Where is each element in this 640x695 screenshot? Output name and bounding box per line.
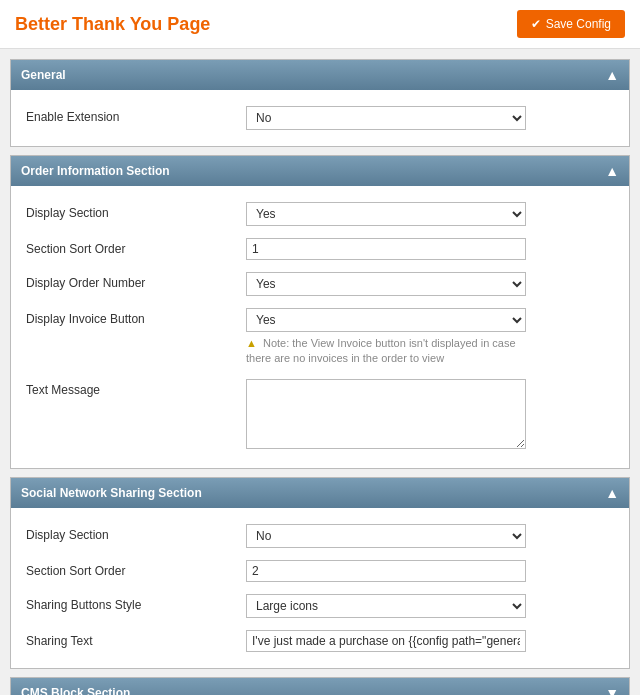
social-sort-order-input[interactable]: [246, 560, 526, 582]
social-display-section-select[interactable]: No Yes: [246, 524, 526, 548]
display-section-row: Display Section Yes No: [11, 196, 629, 232]
display-section-select[interactable]: Yes No: [246, 202, 526, 226]
display-invoice-button-control: Yes No ▲ Note: the View Invoice button i…: [246, 308, 614, 367]
order-information-header[interactable]: Order Information Section ▲: [11, 156, 629, 186]
social-network-collapse-icon: ▲: [605, 485, 619, 501]
save-button[interactable]: ✔ Save Config: [517, 10, 625, 38]
sharing-text-label: Sharing Text: [26, 630, 246, 648]
display-order-number-label: Display Order Number: [26, 272, 246, 290]
display-section-control: Yes No: [246, 202, 614, 226]
general-section: General ▲ Enable Extension No Yes: [10, 59, 630, 147]
general-section-body: Enable Extension No Yes: [11, 90, 629, 146]
display-invoice-button-label: Display Invoice Button: [26, 308, 246, 326]
display-invoice-button-select[interactable]: Yes No: [246, 308, 526, 332]
social-network-title: Social Network Sharing Section: [21, 486, 202, 500]
order-information-title: Order Information Section: [21, 164, 170, 178]
page-header: Better Thank You Page ✔ Save Config: [0, 0, 640, 49]
text-message-row: Text Message: [11, 373, 629, 458]
section-sort-order-input[interactable]: [246, 238, 526, 260]
social-network-header[interactable]: Social Network Sharing Section ▲: [11, 478, 629, 508]
social-network-section: Social Network Sharing Section ▲ Display…: [10, 477, 630, 669]
enable-extension-row: Enable Extension No Yes: [11, 100, 629, 136]
cms-block-title: CMS Block Section: [21, 686, 130, 695]
enable-extension-control: No Yes: [246, 106, 614, 130]
social-display-section-label: Display Section: [26, 524, 246, 542]
page-title: Better Thank You Page: [15, 14, 210, 35]
social-network-body: Display Section No Yes Section Sort Orde…: [11, 508, 629, 668]
social-display-section-control: No Yes: [246, 524, 614, 548]
section-sort-order-label: Section Sort Order: [26, 238, 246, 256]
text-message-label: Text Message: [26, 379, 246, 397]
cms-block-header[interactable]: CMS Block Section ▼: [11, 678, 629, 695]
sharing-buttons-style-label: Sharing Buttons Style: [26, 594, 246, 612]
section-sort-order-control: [246, 238, 614, 260]
main-content: General ▲ Enable Extension No Yes Order …: [0, 49, 640, 695]
order-information-body: Display Section Yes No Section Sort Orde…: [11, 186, 629, 468]
text-message-textarea[interactable]: [246, 379, 526, 449]
cms-block-section: CMS Block Section ▼: [10, 677, 630, 695]
general-section-header[interactable]: General ▲: [11, 60, 629, 90]
section-sort-order-row: Section Sort Order: [11, 232, 629, 266]
sharing-buttons-style-select[interactable]: Large icons Small icons Text only: [246, 594, 526, 618]
enable-extension-label: Enable Extension: [26, 106, 246, 124]
social-sort-order-control: [246, 560, 614, 582]
sharing-buttons-style-control: Large icons Small icons Text only: [246, 594, 614, 618]
display-order-number-control: Yes No: [246, 272, 614, 296]
social-display-section-row: Display Section No Yes: [11, 518, 629, 554]
cms-block-collapse-icon: ▼: [605, 685, 619, 695]
general-collapse-icon: ▲: [605, 67, 619, 83]
display-order-number-select[interactable]: Yes No: [246, 272, 526, 296]
enable-extension-select[interactable]: No Yes: [246, 106, 526, 130]
sharing-text-input[interactable]: [246, 630, 526, 652]
save-checkmark-icon: ✔: [531, 17, 541, 31]
order-information-section: Order Information Section ▲ Display Sect…: [10, 155, 630, 469]
order-information-collapse-icon: ▲: [605, 163, 619, 179]
invoice-note: ▲ Note: the View Invoice button isn't di…: [246, 336, 526, 367]
display-invoice-button-row: Display Invoice Button Yes No ▲ Note: th…: [11, 302, 629, 373]
text-message-control: [246, 379, 614, 452]
sharing-text-control: [246, 630, 614, 652]
display-order-number-row: Display Order Number Yes No: [11, 266, 629, 302]
social-sort-order-label: Section Sort Order: [26, 560, 246, 578]
sharing-buttons-style-row: Sharing Buttons Style Large icons Small …: [11, 588, 629, 624]
display-section-label: Display Section: [26, 202, 246, 220]
social-sort-order-row: Section Sort Order: [11, 554, 629, 588]
sharing-text-row: Sharing Text: [11, 624, 629, 658]
general-section-title: General: [21, 68, 66, 82]
note-triangle-icon: ▲: [246, 337, 257, 349]
